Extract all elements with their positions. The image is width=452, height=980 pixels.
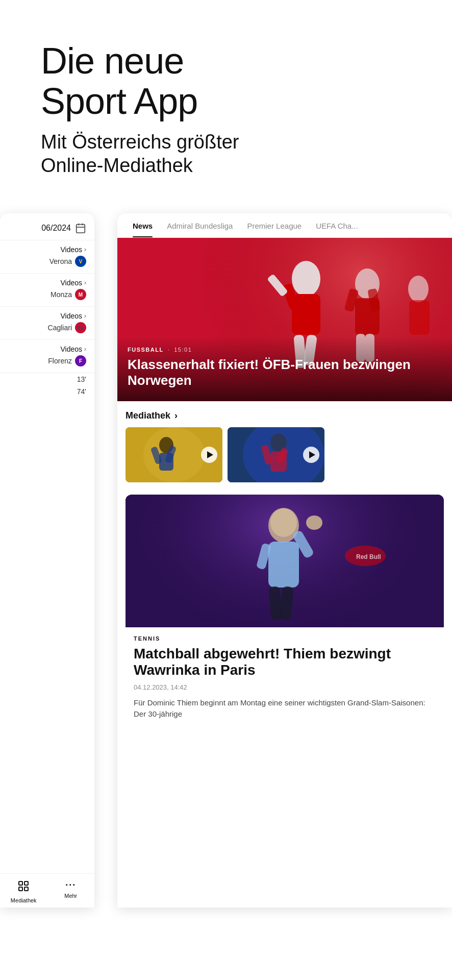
svg-point-47 <box>270 508 297 537</box>
hero-section: Die neue Sport App Mit Österreichs größt… <box>0 0 452 198</box>
match-item-1: Videos › Verona V <box>0 240 94 274</box>
team-name-cagliari: Cagliari <box>48 324 72 332</box>
svg-rect-13 <box>24 881 28 885</box>
svg-rect-14 <box>19 887 22 891</box>
team-badge-cagliari: Ca <box>75 322 86 333</box>
mediathek-link[interactable]: Mediathek › <box>125 410 444 421</box>
tennis-illustration: Red Bull <box>125 495 444 627</box>
match-item-3: Videos › Cagliari Ca <box>0 307 94 340</box>
tab-bar: News Admiral Bundesliga Premier League U… <box>117 213 452 238</box>
article-date: 04.12.2023, 14:42 <box>134 683 436 691</box>
svg-rect-48 <box>268 542 299 587</box>
article-title: Matchball abgewehrt! Thiem bezwingt Wawr… <box>134 646 436 678</box>
match-item-2: Videos › Monza M <box>0 274 94 307</box>
thumb-2[interactable] <box>228 427 324 482</box>
team-badge-florenz: F <box>75 355 86 366</box>
score-minute-74: 74' <box>77 387 86 396</box>
match-item-4: Videos › Florenz F <box>0 340 94 373</box>
svg-rect-31 <box>409 300 430 335</box>
svg-text:V: V <box>79 259 83 264</box>
score-row-1: 13' <box>0 373 94 385</box>
svg-point-50 <box>306 516 322 530</box>
chevron-right-icon-2: › <box>84 279 86 286</box>
thumb-1[interactable] <box>125 427 222 482</box>
article-meta: TENNIS Matchball abgewehrt! Thiem bezwin… <box>125 627 444 728</box>
right-panel: News Admiral Bundesliga Premier League U… <box>117 213 452 908</box>
schedule-header: 06/2024 <box>0 213 94 240</box>
play-button-2[interactable] <box>303 447 319 463</box>
nav-mehr[interactable]: ··· Mehr <box>47 880 95 903</box>
svg-text:F: F <box>79 358 82 364</box>
team-badge-monza: M <box>75 289 86 300</box>
news-overlay: FUSSBALL · 15:01 Klassenerhalt fixiert! … <box>117 336 452 401</box>
team-name-monza: Monza <box>51 290 72 299</box>
article-category: TENNIS <box>134 635 436 642</box>
mediathek-thumbnails <box>125 427 444 482</box>
calendar-icon[interactable] <box>75 223 86 234</box>
score-minute-13: 13' <box>77 375 86 383</box>
play-icon-2 <box>309 451 315 458</box>
videos-link-3[interactable]: Videos › <box>60 312 86 320</box>
videos-link-2[interactable]: Videos › <box>60 279 86 287</box>
hero-title: Die neue Sport App <box>41 41 411 121</box>
article-excerpt: Für Dominic Thiem beginnt am Montag eine… <box>134 697 436 720</box>
tennis-image: Red Bull <box>125 495 444 627</box>
svg-text:Ca: Ca <box>78 326 84 331</box>
nav-mediathek[interactable]: Mediathek <box>0 880 47 903</box>
svg-text:Red Bull: Red Bull <box>356 553 381 560</box>
tab-uefa[interactable]: UEFA Cha... <box>309 213 365 237</box>
svg-text:M: M <box>79 292 83 298</box>
hero-subtitle: Mit Österreichs größter Online-Mediathek <box>41 131 411 177</box>
app-mockup: 06/2024 Videos › Verona V <box>0 198 452 933</box>
mediathek-nav-icon <box>17 880 30 895</box>
main-news-title: Klassenerhalt fixiert! ÖFB-Frauen bezwin… <box>128 357 442 388</box>
schedule-date: 06/2024 <box>41 224 71 233</box>
chevron-right-icon: › <box>84 246 86 253</box>
mehr-nav-icon: ··· <box>65 880 76 891</box>
play-button-1[interactable] <box>201 447 217 463</box>
bottom-nav: Mediathek ··· Mehr <box>0 873 94 908</box>
team-name-verona: Verona <box>49 257 72 265</box>
mehr-nav-label: Mehr <box>64 893 77 899</box>
mediathek-nav-label: Mediathek <box>11 897 37 903</box>
score-row-2: 74' <box>0 385 94 398</box>
chevron-right-icon-3: › <box>84 312 86 320</box>
article-tennis[interactable]: Red Bull TENNIS Matchball abgewehrt! Thi… <box>125 495 444 728</box>
tab-premier[interactable]: Premier League <box>240 213 309 237</box>
team-name-florenz: Florenz <box>48 357 72 365</box>
tab-news[interactable]: News <box>125 213 160 237</box>
svg-rect-0 <box>77 224 85 233</box>
mediathek-section: Mediathek › <box>117 401 452 488</box>
mediathek-chevron: › <box>174 410 178 421</box>
play-icon-1 <box>207 451 213 458</box>
team-badge-verona: V <box>75 256 86 267</box>
news-category-tag: FUSSBALL · 15:01 <box>128 347 442 353</box>
svg-point-18 <box>292 261 320 297</box>
svg-point-30 <box>408 276 429 302</box>
videos-link-1[interactable]: Videos › <box>60 246 86 254</box>
left-panel: 06/2024 Videos › Verona V <box>0 213 94 908</box>
tab-admiral[interactable]: Admiral Bundesliga <box>160 213 240 237</box>
svg-rect-12 <box>19 881 22 885</box>
svg-rect-15 <box>24 887 28 891</box>
videos-link-4[interactable]: Videos › <box>60 345 86 353</box>
main-news-card[interactable]: FUSSBALL · 15:01 Klassenerhalt fixiert! … <box>117 238 452 401</box>
chevron-right-icon-4: › <box>84 346 86 353</box>
